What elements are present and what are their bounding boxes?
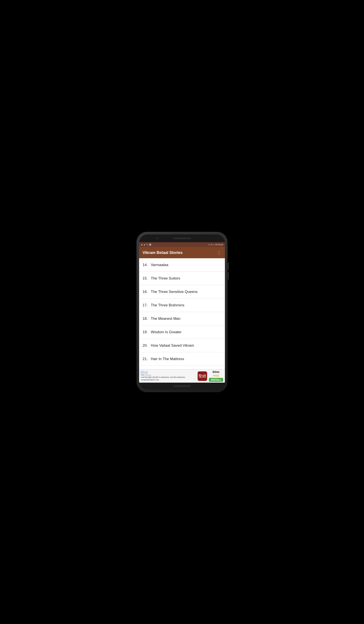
story-title: The Meanest Man: [151, 316, 181, 321]
ad-verse: And the light shineth in darkness; and t…: [141, 376, 196, 381]
story-number: 16.: [143, 290, 151, 294]
story-title: Hair In The Mattress: [151, 357, 184, 361]
app-title: Vikram Betaal Stories: [143, 251, 183, 255]
story-number: 21.: [143, 357, 151, 361]
bottom-speaker-grille: [173, 385, 191, 387]
story-number: 14.: [143, 263, 151, 267]
volume-up-button[interactable]: [228, 262, 229, 270]
story-number: 15.: [143, 276, 151, 281]
list-item[interactable]: 15.The Three Suitors: [139, 272, 225, 285]
tablet-icon: ▭: [208, 244, 210, 246]
ad-free-label: FREE: [213, 374, 219, 377]
ad-right: Bible FREE INSTALL: [209, 370, 223, 382]
story-number: 17.: [143, 303, 151, 308]
list-item[interactable]: 19.Wisdom Is Greater: [139, 325, 225, 339]
volume-down-button[interactable]: [228, 272, 229, 280]
app-header: Vikram Betaal Stories ⋮: [139, 247, 225, 258]
list-item[interactable]: 14.Varmaalaa: [139, 258, 225, 272]
clock: 10:19 pm: [215, 244, 223, 246]
phone-device: ▲ ▲ 🔧 🖼 ↓ ▭ ▾ ▭ 10:19 pm Vikram Betaal S…: [136, 232, 228, 392]
list-item[interactable]: 18.The Meanest Man: [139, 312, 225, 325]
list-item[interactable]: 22.Four Delicate Princesses: [139, 366, 225, 369]
ad-app-name: Bible: [212, 370, 219, 373]
signal-icon-1: ▲: [141, 244, 143, 246]
usb-icon: ↓: [152, 244, 153, 246]
list-item[interactable]: 16.The Three Sensitive Queens: [139, 285, 225, 299]
story-title: How Vaitaal Saved Vikram: [151, 343, 194, 348]
wrench-icon: 🔧: [146, 244, 148, 246]
story-title: The Three Brahmins: [151, 303, 184, 308]
ad-banner: ✕ i John 1:5 KJV And the light shineth i…: [139, 369, 225, 383]
list-item[interactable]: 21.Hair In The Mattress: [139, 352, 225, 366]
wifi-icon: ▾: [210, 244, 212, 246]
story-title: The Three Suitors: [151, 276, 180, 281]
ad-install-button[interactable]: INSTALL: [209, 378, 223, 382]
ad-app-icon: 聖經: [198, 371, 207, 381]
ad-close-icon[interactable]: ✕: [141, 371, 144, 374]
story-number: 20.: [143, 343, 151, 348]
story-title: Varmaalaa: [151, 263, 168, 267]
overflow-menu-icon[interactable]: ⋮: [217, 250, 221, 255]
phone-top-bar: [139, 234, 225, 242]
phone-bottom-bar: [139, 383, 225, 390]
status-bar: ▲ ▲ 🔧 🖼 ↓ ▭ ▾ ▭ 10:19 pm: [139, 242, 225, 247]
ad-info-icon[interactable]: i: [145, 371, 148, 374]
ad-source: John 1:5 KJV: [141, 374, 196, 376]
signal-icon-2: ▲: [143, 244, 145, 246]
speaker-grille: [173, 237, 191, 239]
story-list: 14.Varmaalaa15.The Three Suitors16.The T…: [139, 258, 225, 369]
ad-text-block: ✕ i John 1:5 KJV And the light shineth i…: [141, 371, 196, 381]
story-title: The Three Sensitive Queens: [151, 290, 198, 294]
story-title: Wisdom Is Greater: [151, 330, 182, 334]
status-right: ▭ ▾ ▭ 10:19 pm: [208, 244, 223, 246]
list-item[interactable]: 20.How Vaitaal Saved Vikram: [139, 339, 225, 352]
image-icon: 🖼: [149, 244, 151, 246]
battery-icon: ▭: [212, 244, 214, 246]
story-number: 19.: [143, 330, 151, 334]
camera-icon: [156, 237, 158, 239]
list-item[interactable]: 17.The Three Brahmins: [139, 299, 225, 312]
story-number: 18.: [143, 316, 151, 321]
status-left: ▲ ▲ 🔧 🖼 ↓: [141, 244, 153, 246]
ad-controls: ✕ i: [141, 371, 196, 374]
